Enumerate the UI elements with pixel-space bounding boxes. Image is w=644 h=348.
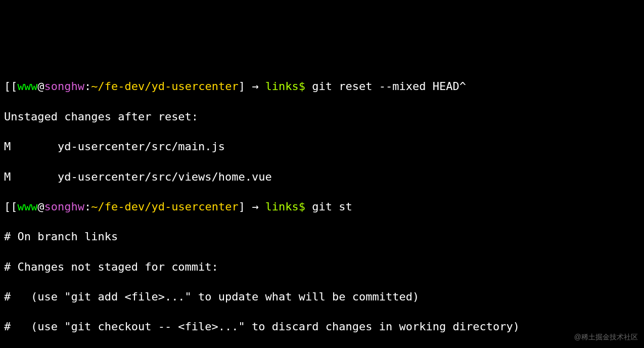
status-line: # (use "git add <file>..." to update wha… (4, 289, 640, 304)
bracket-close: ] → (239, 80, 265, 93)
prompt-sep: : (84, 200, 91, 213)
output-line: Unstaged changes after reset: (4, 109, 640, 124)
prompt-line-1: [[www@songhw:~/fe-dev/yd-usercenter] → l… (4, 79, 640, 94)
status-line: # (use "git checkout -- <file>..." to di… (4, 319, 640, 334)
prompt-user: www (18, 200, 38, 213)
watermark-text: @稀土掘金技术社区 (574, 332, 638, 342)
bracket-open: [[ (4, 200, 18, 213)
prompt-sep: : (84, 80, 91, 93)
prompt-path: ~/fe-dev/yd-usercenter (91, 200, 238, 213)
status-line: # On branch links (4, 229, 640, 244)
prompt-branch: links$ (265, 200, 312, 213)
bracket-close: ] → (239, 200, 265, 213)
output-line: M yd-usercenter/src/main.js (4, 139, 640, 154)
terminal-output[interactable]: [[www@songhw:~/fe-dev/yd-usercenter] → l… (4, 64, 640, 348)
prompt-user: www (18, 80, 38, 93)
prompt-host: songhw (44, 200, 84, 213)
command-text: git reset --mixed HEAD^ (312, 80, 466, 93)
prompt-branch: links$ (265, 80, 312, 93)
prompt-at: @ (37, 200, 44, 213)
bracket-open: [[ (4, 80, 18, 93)
prompt-host: songhw (44, 80, 84, 93)
status-line: # Changes not staged for commit: (4, 259, 640, 275)
prompt-path: ~/fe-dev/yd-usercenter (91, 80, 238, 93)
command-text: git st (312, 200, 352, 213)
prompt-line-2: [[www@songhw:~/fe-dev/yd-usercenter] → l… (4, 199, 640, 214)
prompt-at: @ (37, 80, 44, 93)
output-line: M yd-usercenter/src/views/home.vue (4, 169, 640, 185)
